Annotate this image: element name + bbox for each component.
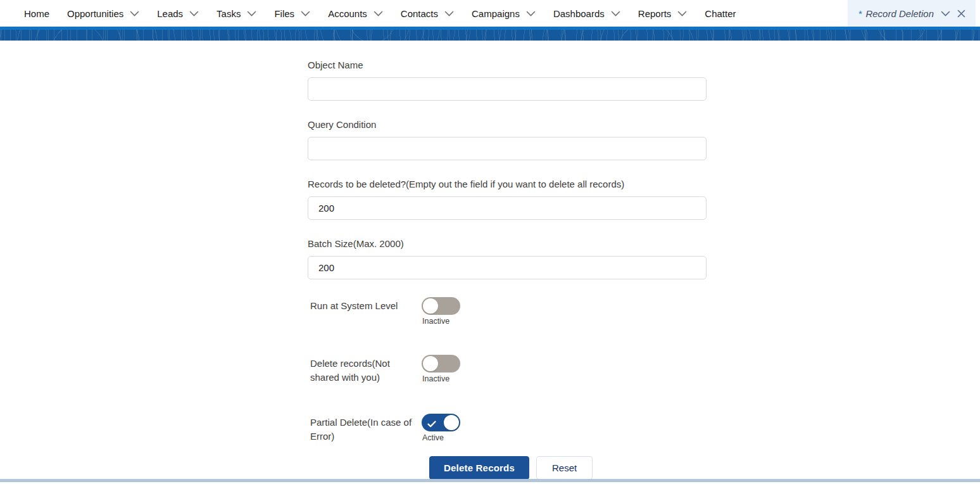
field-group-object-name: Object Name (308, 58, 707, 101)
nav-item-reports[interactable]: Reports (629, 0, 696, 27)
brand-banner (0, 27, 980, 41)
partial-delete-toggle-cell: Active (422, 414, 460, 442)
partial-delete-toggle[interactable] (422, 414, 460, 431)
chevron-down-icon[interactable] (374, 11, 383, 16)
record-deletion-form: Object NameQuery ConditionRecords to be … (308, 41, 707, 480)
nav-item-leads[interactable]: Leads (148, 0, 208, 27)
partial-delete-state-label: Active (422, 433, 460, 442)
nav-item-label: Dashboards (553, 8, 605, 19)
run-at-system-level-toggle[interactable] (422, 297, 460, 315)
chevron-down-icon[interactable] (301, 11, 310, 16)
field-group-query-condition: Query Condition (308, 118, 707, 160)
chevron-down-icon[interactable] (941, 11, 950, 16)
reset-button[interactable]: Reset (536, 456, 593, 480)
nav-item-accounts[interactable]: Accounts (319, 0, 392, 27)
nav-item-opportunities[interactable]: Opportunities (58, 0, 148, 27)
nav-item-tasks[interactable]: Tasks (208, 0, 265, 27)
active-tab-label: Record Deletion (865, 8, 934, 19)
delete-records-not-shared-toggle-cell: Inactive (422, 355, 460, 383)
run-at-system-level-label: Run at System Level (310, 297, 422, 313)
field-list: Object NameQuery ConditionRecords to be … (308, 58, 707, 279)
chevron-down-icon[interactable] (189, 11, 199, 16)
nav-item-label: Leads (157, 8, 183, 19)
nav-item-contacts[interactable]: Contacts (392, 0, 463, 27)
delete-records-button[interactable]: Delete Records (429, 456, 529, 480)
object-name-label: Object Name (308, 58, 707, 72)
nav-item-label: Tasks (217, 8, 241, 19)
nav-item-label: Accounts (328, 8, 367, 19)
nav-item-label: Campaigns (472, 8, 520, 19)
toggle-knob[interactable] (423, 298, 438, 314)
toggle-list: Run at System LevelInactiveDelete record… (308, 297, 707, 443)
nav-item-home[interactable]: Home (15, 0, 58, 27)
query-condition-label: Query Condition (308, 118, 707, 132)
records-to-delete-label: Records to be deleted?(Empty out the fie… (308, 177, 707, 191)
delete-records-not-shared-label: Delete records(Not shared with you) (310, 355, 422, 385)
check-icon (427, 419, 436, 430)
field-group-batch-size: Batch Size(Max. 2000) (308, 237, 707, 279)
toggle-row-delete-records-not-shared: Delete records(Not shared with you)Inact… (308, 355, 707, 385)
nav-item-label: Files (274, 8, 294, 19)
nav-item-label: Contacts (401, 8, 438, 19)
chevron-down-icon[interactable] (444, 11, 454, 16)
chevron-down-icon[interactable] (677, 11, 687, 16)
toggle-knob[interactable] (444, 415, 459, 430)
nav-item-campaigns[interactable]: Campaigns (463, 0, 544, 27)
chevron-down-icon[interactable] (247, 11, 256, 16)
nav-item-label: Chatter (705, 8, 736, 19)
nav-item-chatter[interactable]: Chatter (696, 0, 744, 27)
toggle-row-partial-delete: Partial Delete(In case of Error)Active (308, 414, 707, 443)
field-group-records-to-delete: Records to be deleted?(Empty out the fie… (308, 177, 707, 220)
form-actions: Delete Records Reset (308, 456, 707, 480)
nav-item-label: Home (24, 8, 49, 19)
object-name-input[interactable] (308, 77, 707, 101)
records-to-delete-input[interactable] (308, 196, 707, 220)
nav-item-files[interactable]: Files (265, 0, 319, 27)
batch-size-label: Batch Size(Max. 2000) (308, 237, 707, 251)
toggle-row-run-at-system-level: Run at System LevelInactive (308, 297, 707, 326)
chevron-down-icon[interactable] (611, 11, 620, 16)
toggle-knob[interactable] (423, 356, 438, 371)
close-icon[interactable] (957, 10, 965, 18)
unsaved-indicator: * (858, 8, 862, 19)
tab-bar-items: HomeOpportunitiesLeadsTasksFilesAccounts… (0, 0, 745, 27)
nav-item-label: Reports (638, 8, 672, 19)
query-condition-input[interactable] (308, 137, 707, 160)
run-at-system-level-toggle-cell: Inactive (422, 297, 460, 326)
chevron-down-icon[interactable] (526, 11, 536, 16)
nav-item-label: Opportunities (67, 8, 123, 19)
tab-bar: HomeOpportunitiesLeadsTasksFilesAccounts… (0, 0, 980, 27)
delete-records-not-shared-toggle[interactable] (422, 355, 460, 373)
nav-item-dashboards[interactable]: Dashboards (544, 0, 629, 27)
batch-size-input[interactable] (308, 256, 707, 279)
partial-delete-label: Partial Delete(In case of Error) (310, 414, 422, 443)
chevron-down-icon[interactable] (130, 11, 139, 16)
run-at-system-level-state-label: Inactive (422, 317, 460, 326)
delete-records-not-shared-state-label: Inactive (422, 374, 460, 383)
tab-record-deletion[interactable]: * Record Deletion (848, 0, 976, 27)
active-tab-title: * Record Deletion (858, 8, 934, 19)
horizontal-scrollbar[interactable] (0, 479, 980, 482)
